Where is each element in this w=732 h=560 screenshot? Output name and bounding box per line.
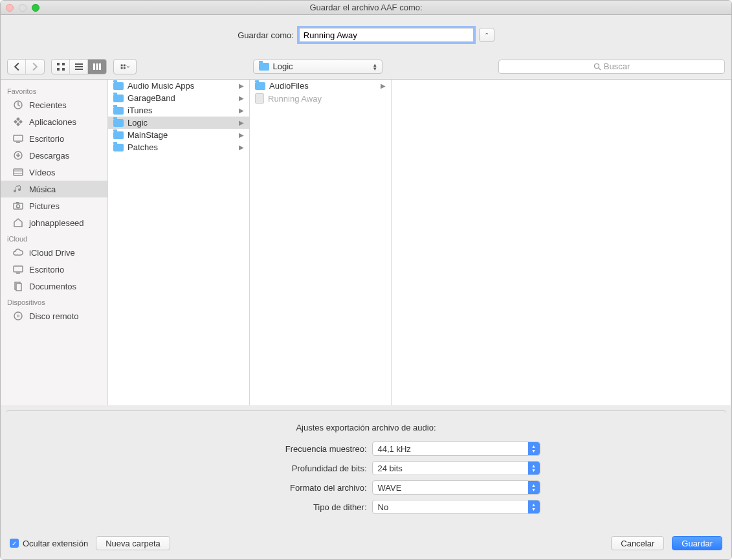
svg-rect-29 — [16, 284, 21, 291]
folder-icon — [113, 144, 124, 151]
column-view-button[interactable] — [88, 60, 106, 74]
save-as-row: Guardar como: ⌃ — [1, 15, 731, 54]
chevron-right-icon: ▶ — [239, 95, 244, 102]
svg-rect-2 — [57, 68, 60, 71]
row-label: Audio Music Apps — [128, 81, 235, 91]
camera-icon — [12, 200, 24, 212]
svg-rect-9 — [99, 63, 101, 70]
location-popup[interactable]: Logic ▴▾ — [253, 60, 383, 74]
folder-icon — [113, 95, 124, 102]
svg-rect-11 — [124, 64, 126, 66]
svg-point-30 — [14, 312, 22, 320]
sidebar-item[interactable]: Recientes — [1, 96, 107, 113]
sidebar-item-label: Pictures — [29, 201, 60, 211]
option-select[interactable]: WAVE▲▼ — [372, 480, 540, 495]
svg-rect-26 — [14, 266, 23, 272]
folder-icon — [255, 82, 265, 90]
row-label: GarageBand — [128, 93, 235, 103]
sidebar-item[interactable]: Escritorio — [1, 261, 107, 278]
save-as-label: Guardar como: — [238, 30, 294, 40]
cancel-button[interactable]: Cancelar — [611, 536, 664, 550]
location-label: Logic — [273, 62, 293, 71]
option-select[interactable]: 24 bits▲▼ — [372, 461, 540, 475]
column-3 — [392, 80, 731, 405]
sidebar-item[interactable]: Descargas — [1, 147, 107, 164]
desktop-icon — [12, 263, 24, 275]
clock-icon — [12, 99, 24, 111]
option-row: Tipo de dither:No▲▼ — [12, 500, 720, 514]
folder-row[interactable]: MainStage▶ — [108, 129, 249, 141]
option-value: 44,1 kHz — [378, 444, 411, 454]
svg-rect-17 — [14, 135, 23, 141]
sidebar-item-label: johnappleseed — [29, 218, 84, 228]
sidebar-item[interactable]: Pictures — [1, 197, 107, 214]
apps-icon — [12, 116, 24, 128]
svg-rect-13 — [124, 67, 126, 69]
sidebar-item-label: Escritorio — [29, 134, 64, 144]
folder-icon — [113, 131, 124, 139]
sidebar-item[interactable]: Vídeos — [1, 164, 107, 181]
chevron-right-icon: ▶ — [239, 119, 244, 126]
svg-rect-25 — [16, 202, 19, 203]
toolbar: Logic ▴▾ Buscar — [1, 54, 731, 80]
sidebar-item[interactable]: Disco remoto — [1, 308, 107, 324]
svg-point-31 — [17, 315, 19, 317]
sidebar-item-label: Disco remoto — [29, 311, 79, 321]
option-row: Formato del archivo:WAVE▲▼ — [12, 480, 720, 495]
cloud-icon — [12, 247, 24, 258]
checkmark-icon: ✓ — [10, 539, 19, 548]
updown-icon: ▲▼ — [528, 462, 540, 475]
search-icon — [593, 63, 601, 71]
row-label: Running Away — [268, 94, 386, 104]
icon-view-button[interactable] — [52, 60, 70, 74]
sidebar-item[interactable]: Escritorio — [1, 130, 107, 147]
footer: ✓ Ocultar extensión Nueva carpeta Cancel… — [1, 531, 731, 559]
sidebar-section-header: Favoritos — [1, 84, 107, 96]
collapse-expand-button[interactable]: ⌃ — [479, 28, 494, 42]
column-2: AudioFiles▶Running Away — [250, 80, 392, 405]
chevron-right-icon: ▶ — [239, 82, 244, 89]
folder-row[interactable]: AudioFiles▶ — [250, 80, 391, 92]
updown-icon: ▲▼ — [528, 481, 540, 494]
sidebar-item[interactable]: Documentos — [1, 278, 107, 295]
save-dialog-window: Guardar el archivo AAF como: Guardar com… — [0, 0, 732, 560]
option-value: WAVE — [378, 483, 402, 493]
search-field[interactable]: Buscar — [498, 60, 725, 74]
filename-input[interactable] — [299, 28, 474, 42]
hide-extension-checkbox[interactable]: ✓ Ocultar extensión — [10, 539, 88, 548]
folder-row[interactable]: Patches▶ — [108, 141, 249, 153]
option-value: 24 bits — [378, 464, 403, 473]
folder-row[interactable]: GarageBand▶ — [108, 92, 249, 104]
svg-point-24 — [17, 205, 20, 208]
home-icon — [12, 217, 24, 229]
sidebar-item[interactable]: Música — [1, 181, 107, 197]
sidebar-item[interactable]: iCloud Drive — [1, 244, 107, 261]
folder-icon — [113, 82, 124, 90]
forward-button — [26, 60, 44, 74]
folder-row[interactable]: iTunes▶ — [108, 104, 249, 117]
option-label: Profundidad de bits: — [192, 464, 367, 473]
view-mode-segment — [51, 59, 107, 74]
nav-back-forward — [7, 59, 45, 74]
docs-icon — [12, 280, 24, 292]
group-menu[interactable] — [113, 59, 137, 74]
sidebar-item[interactable]: johnappleseed — [1, 214, 107, 231]
list-view-button[interactable] — [70, 60, 88, 74]
option-label: Frecuencia muestreo: — [192, 444, 367, 454]
folder-row[interactable]: Logic▶ — [108, 117, 249, 129]
row-label: Patches — [128, 142, 235, 152]
sidebar-item[interactable]: Aplicaciones — [1, 113, 107, 130]
svg-rect-1 — [62, 63, 65, 65]
option-label: Tipo de dither: — [192, 502, 367, 512]
folder-row[interactable]: Audio Music Apps▶ — [108, 80, 249, 92]
save-button[interactable]: Guardar — [672, 536, 722, 550]
sidebar-section-header: Dispositivos — [1, 295, 107, 308]
back-button[interactable] — [8, 60, 26, 74]
folder-icon — [259, 63, 269, 71]
new-folder-button[interactable]: Nueva carpeta — [96, 536, 170, 550]
updown-icon: ▴▾ — [373, 63, 377, 71]
option-select[interactable]: No▲▼ — [372, 500, 540, 514]
svg-rect-6 — [75, 69, 83, 70]
file-browser: FavoritosRecientesAplicacionesEscritorio… — [1, 80, 731, 405]
option-select[interactable]: 44,1 kHz▲▼ — [372, 442, 540, 456]
